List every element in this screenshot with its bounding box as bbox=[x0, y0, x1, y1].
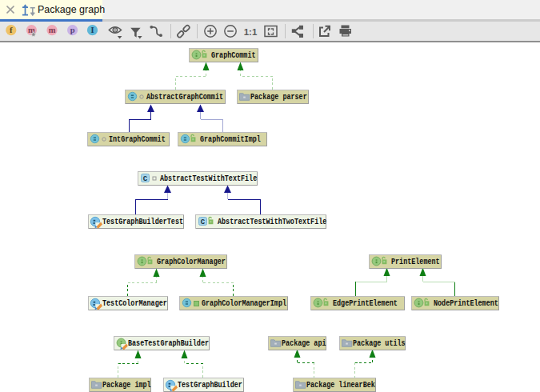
svg-text:AbstractTestWithTwoTextFile: AbstractTestWithTwoTextFile bbox=[218, 217, 326, 226]
svg-text:Package parser: Package parser bbox=[250, 92, 307, 102]
svg-text:NodePrintElement: NodePrintElement bbox=[434, 298, 498, 308]
svg-text:Package graph: Package graph bbox=[38, 4, 105, 15]
svg-text:m: m bbox=[49, 26, 56, 34]
svg-text:TestColorManager: TestColorManager bbox=[102, 298, 167, 308]
svg-text:GraphCommitImpl: GraphCommitImpl bbox=[200, 134, 261, 144]
svg-text:GraphColorManager: GraphColorManager bbox=[157, 257, 226, 266]
svg-text:GraphCommit: GraphCommit bbox=[211, 50, 256, 60]
svg-text:Package api: Package api bbox=[282, 338, 326, 348]
svg-text:AbstractTestWithTextFile: AbstractTestWithTextFile bbox=[160, 174, 257, 183]
svg-text:EdgePrintElement: EdgePrintElement bbox=[333, 298, 398, 308]
svg-text:TestGraphBuilder: TestGraphBuilder bbox=[178, 380, 242, 390]
svg-text:GraphColorManagerImpl: GraphColorManagerImpl bbox=[202, 298, 286, 308]
svg-text:IntGraphCommit: IntGraphCommit bbox=[109, 134, 166, 144]
svg-text:PrintElement: PrintElement bbox=[391, 257, 440, 266]
svg-text:Package impl: Package impl bbox=[102, 380, 151, 390]
svg-text:Package linearBek: Package linearBek bbox=[306, 380, 375, 390]
svg-text:TestGraphBuilderTest: TestGraphBuilderTest bbox=[102, 217, 183, 226]
svg-text:Package utils: Package utils bbox=[353, 338, 406, 348]
svg-text:I: I bbox=[90, 26, 94, 34]
svg-text:AbstractGraphCommit: AbstractGraphCommit bbox=[146, 92, 223, 102]
svg-text:C: C bbox=[143, 175, 148, 183]
svg-text:1:1: 1:1 bbox=[244, 27, 258, 37]
svg-text:p: p bbox=[70, 26, 75, 34]
svg-text:BaseTestGraphBuilder: BaseTestGraphBuilder bbox=[128, 338, 209, 348]
svg-text:C: C bbox=[201, 218, 206, 226]
svg-text:f: f bbox=[10, 26, 13, 34]
